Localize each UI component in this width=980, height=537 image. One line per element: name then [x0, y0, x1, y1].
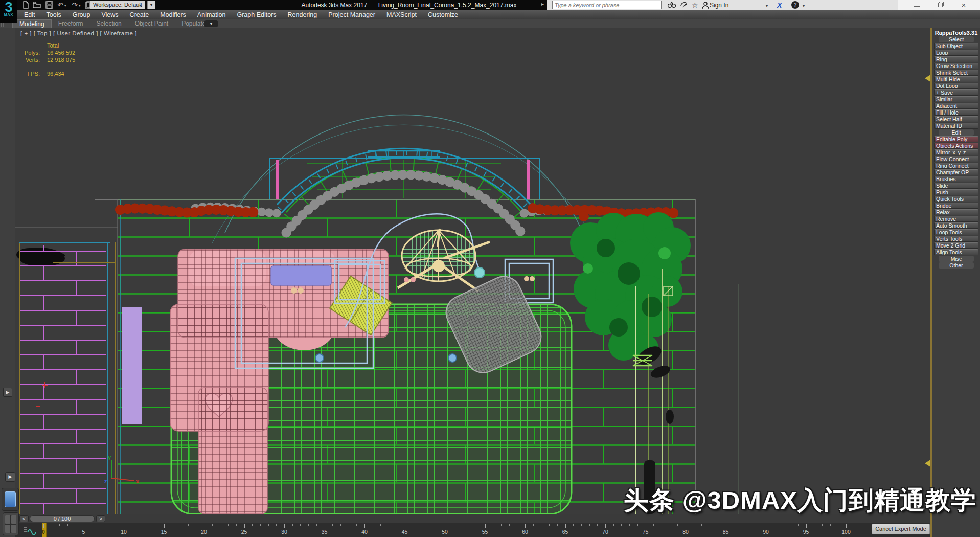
panel-button-quick-tools[interactable]: Quick Tools	[934, 196, 978, 202]
hanging-ball[interactable]	[474, 267, 485, 278]
favorites-star-icon[interactable]: ☆	[692, 1, 698, 9]
panel-button-move-2-grid[interactable]: Move 2 Grid	[934, 242, 978, 249]
rug-button-left[interactable]	[315, 354, 324, 362]
user-avatar-icon[interactable]	[702, 1, 709, 9]
help-caret-icon[interactable]: ▾	[803, 4, 805, 8]
menu-customize[interactable]: Customize	[422, 10, 464, 19]
viewport-label[interactable]: [ + ] [ Top ] [ User Defined ] [ Wirefra…	[20, 30, 137, 36]
panel-button-remove[interactable]: Remove	[934, 216, 978, 222]
ribbon-tab-freeform[interactable]: Freeform	[52, 19, 90, 28]
panel-section-select[interactable]: Select	[939, 36, 974, 42]
redo-caret-icon[interactable]: ▾	[79, 4, 81, 8]
menu-maxscript[interactable]: MAXScript	[381, 10, 422, 19]
undo-icon[interactable]: ↶	[55, 1, 65, 9]
menu-animation[interactable]: Animation	[192, 10, 232, 19]
quick-access-overflow-icon[interactable]: ▾	[147, 1, 155, 9]
left-strip-expand-icon[interactable]: ▶	[3, 388, 12, 397]
workspace-dropdown[interactable]: Workspace: Default	[90, 1, 145, 9]
ribbon-tab-modeling[interactable]: Modeling	[12, 19, 52, 28]
panel-button-bridge[interactable]: Bridge	[934, 203, 978, 209]
subscription-icon[interactable]	[680, 1, 688, 9]
panel-button-editable-poly[interactable]: Editable Poly	[934, 136, 978, 142]
layout-tabs-expand-icon[interactable]: ▶	[5, 472, 15, 482]
flyout-arrow-top-icon[interactable]	[925, 75, 930, 82]
panel-section-other[interactable]: Other	[939, 262, 974, 268]
panel-button-adjacent[interactable]: Adjacent	[934, 103, 978, 109]
panel-button-loop[interactable]: Loop	[934, 50, 978, 56]
panel-button-objects-actions[interactable]: Objects Actions	[934, 143, 978, 149]
search-input[interactable]	[552, 1, 662, 9]
menu-project-manager[interactable]: Project Manager	[323, 10, 381, 19]
panel-button-loop-tools[interactable]: Loop Tools	[934, 229, 978, 235]
door-panel[interactable]	[122, 307, 142, 424]
panel-button-mirror-z[interactable]: z	[963, 149, 966, 155]
panel-button-sub-object[interactable]: Sub Object	[934, 43, 978, 49]
viewport-layout-single-tab[interactable]	[2, 488, 19, 511]
panel-button-brushes[interactable]: Brushes	[934, 176, 978, 182]
viewport-layout-quad-tab[interactable]	[3, 512, 19, 535]
panel-button-grow-selection[interactable]: Grow Selection	[934, 63, 978, 69]
panel-button-mirror-y[interactable]: y	[958, 149, 961, 155]
panel-button-ring-connect[interactable]: Ring Connect	[934, 163, 978, 169]
help-icon[interactable]: ?	[791, 1, 799, 9]
panel-button-similar[interactable]: Similar	[934, 96, 978, 102]
search-icon[interactable]	[667, 1, 676, 9]
rug-button-right[interactable]	[448, 354, 457, 362]
3dsmax-logo[interactable]: 3MAX	[0, 0, 17, 23]
panel-button-shrink-select[interactable]: Shrink Select	[934, 70, 978, 76]
sign-in-caret-icon[interactable]: ▾	[766, 4, 768, 8]
menu-tools[interactable]: Tools	[41, 10, 67, 19]
panel-button-mirror[interactable]: Mirrorxyz	[934, 149, 978, 155]
panel-button-relax[interactable]: Relax	[934, 209, 978, 215]
pillow[interactable]	[271, 266, 331, 285]
next-frame-button[interactable]: >	[96, 515, 105, 522]
cancel-expert-mode-button[interactable]: Cancel Expert Mode	[872, 524, 930, 534]
ribbon-tab-object-paint[interactable]: Object Paint	[128, 19, 175, 28]
undo-caret-icon[interactable]: ▾	[64, 4, 66, 8]
panel-button-champfer-op[interactable]: Champfer OP	[934, 169, 978, 175]
time-slider[interactable]: 0 / 100	[30, 515, 95, 522]
workspace-caret-icon[interactable]: ▾	[139, 3, 141, 8]
viewport-top-wireframe[interactable]: y x z [ + ] [ Top ] [ User Defined ] [ W…	[15, 28, 932, 514]
infocenter-flyout-icon[interactable]: ▸	[541, 1, 544, 7]
restore-icon[interactable]	[931, 0, 949, 10]
panel-button-fill-hole[interactable]: Fill / Hole	[934, 109, 978, 116]
menu-rendering[interactable]: Rendering	[282, 10, 323, 19]
close-icon[interactable]: ×	[954, 0, 973, 10]
panel-button-slide[interactable]: Slide	[934, 183, 978, 189]
new-file-icon[interactable]	[20, 1, 31, 9]
flyout-arrow-bottom-icon[interactable]	[925, 460, 930, 467]
exchange-apps-icon[interactable]: X	[777, 0, 782, 10]
minimize-icon[interactable]	[907, 0, 926, 10]
ribbon-tab-selection[interactable]: Selection	[89, 19, 128, 28]
panel-button-verts-tools[interactable]: Verts Tools	[934, 236, 978, 242]
panel-button-auto-smooth[interactable]: Auto Smooth	[934, 222, 978, 229]
menu-create[interactable]: Create	[124, 10, 155, 19]
panel-button-multi-hide[interactable]: Multi Hide	[934, 76, 978, 82]
panel-button-dot-loop[interactable]: Dot Loop	[934, 83, 978, 89]
track-bar[interactable]: 0510152025303540455055606570758085909510…	[15, 523, 932, 537]
left-wood-panel[interactable]	[19, 242, 116, 514]
sign-in-button[interactable]: Sign In	[710, 0, 728, 10]
panel-section-edit[interactable]: Edit	[939, 129, 974, 136]
open-file-icon[interactable]	[32, 1, 42, 9]
redo-icon[interactable]: ↷	[70, 1, 80, 9]
panel-button-save[interactable]: + Save	[934, 90, 978, 96]
menu-modifiers[interactable]: Modifiers	[154, 10, 192, 19]
save-file-icon[interactable]	[44, 1, 54, 9]
panel-button-mirror-x[interactable]: x	[952, 149, 955, 155]
panel-button-align-tools[interactable]: Align Tools	[934, 249, 978, 255]
previous-frame-button[interactable]: <	[19, 515, 29, 522]
panel-button-push[interactable]: Push	[934, 189, 978, 195]
menu-graph-editors[interactable]: Graph Editors	[231, 10, 282, 19]
menu-views[interactable]: Views	[96, 10, 124, 19]
panel-section-misc[interactable]: Misc	[939, 256, 974, 262]
ribbon-minimize-icon[interactable]: ▾	[204, 20, 218, 27]
ruler-tick-76	[653, 524, 654, 526]
panel-button-flow-connect[interactable]: Flow Connect	[934, 156, 978, 162]
menu-group[interactable]: Group	[67, 10, 96, 19]
menu-edit[interactable]: Edit	[18, 10, 41, 19]
panel-button-select-half[interactable]: Select Half	[934, 116, 978, 122]
panel-button-ring[interactable]: Ring	[934, 56, 978, 62]
panel-button-material-id[interactable]: Material ID	[934, 123, 978, 129]
